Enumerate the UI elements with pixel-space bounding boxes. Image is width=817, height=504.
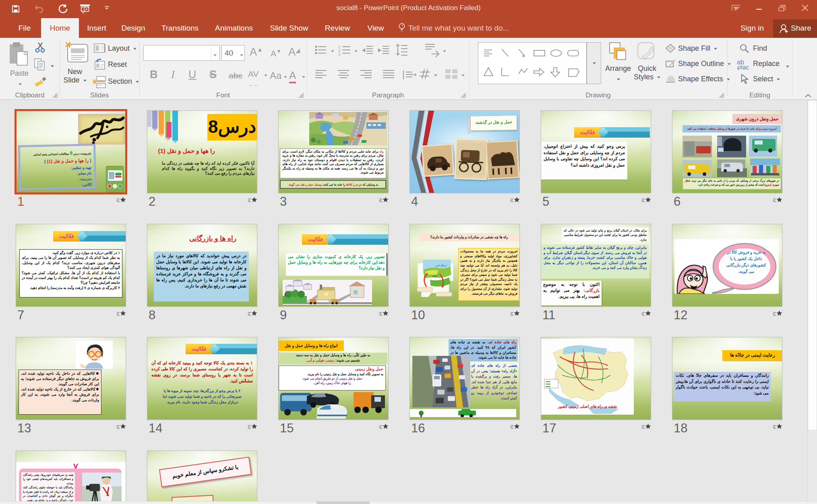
svg-text:گیلان: گیلان bbox=[432, 275, 438, 277]
svg-text:3: 3 bbox=[338, 52, 340, 56]
svg-text:دریای خزر: دریای خزر bbox=[435, 264, 447, 267]
